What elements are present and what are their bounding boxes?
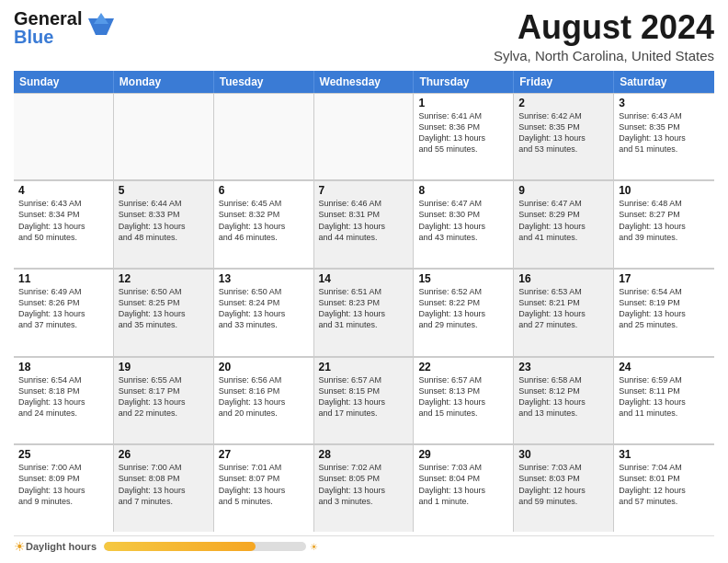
day-info: Sunrise: 7:03 AM Sunset: 8:03 PM Dayligh… bbox=[518, 462, 609, 507]
day-info: Sunrise: 6:50 AM Sunset: 8:25 PM Dayligh… bbox=[119, 286, 209, 331]
cal-cell: 4Sunrise: 6:43 AM Sunset: 8:34 PM Daylig… bbox=[14, 180, 114, 268]
day-info: Sunrise: 7:01 AM Sunset: 8:07 PM Dayligh… bbox=[219, 462, 309, 507]
logo-general: General bbox=[14, 9, 82, 28]
day-number: 17 bbox=[619, 272, 710, 285]
day-info: Sunrise: 7:00 AM Sunset: 8:08 PM Dayligh… bbox=[119, 462, 209, 507]
day-info: Sunrise: 7:02 AM Sunset: 8:05 PM Dayligh… bbox=[319, 462, 409, 507]
cal-cell: 6Sunrise: 6:45 AM Sunset: 8:32 PM Daylig… bbox=[214, 180, 314, 268]
day-info: Sunrise: 7:04 AM Sunset: 8:01 PM Dayligh… bbox=[619, 462, 710, 507]
cal-header-cell: Tuesday bbox=[214, 71, 314, 93]
day-info: Sunrise: 7:00 AM Sunset: 8:09 PM Dayligh… bbox=[18, 462, 108, 507]
day-number: 8 bbox=[418, 184, 508, 197]
subtitle: Sylva, North Carolina, United States bbox=[494, 48, 714, 63]
day-number: 26 bbox=[119, 448, 209, 461]
day-number: 20 bbox=[219, 361, 309, 373]
day-info: Sunrise: 6:50 AM Sunset: 8:24 PM Dayligh… bbox=[219, 286, 309, 331]
cal-header-cell: Saturday bbox=[614, 71, 714, 93]
cal-week-row: 1Sunrise: 6:41 AM Sunset: 8:36 PM Daylig… bbox=[14, 93, 714, 181]
day-info: Sunrise: 6:41 AM Sunset: 8:36 PM Dayligh… bbox=[418, 110, 508, 155]
day-info: Sunrise: 6:53 AM Sunset: 8:21 PM Dayligh… bbox=[518, 286, 609, 331]
day-info: Sunrise: 6:47 AM Sunset: 8:30 PM Dayligh… bbox=[418, 198, 508, 243]
cal-cell: 22Sunrise: 6:57 AM Sunset: 8:13 PM Dayli… bbox=[414, 357, 514, 444]
cal-cell: 12Sunrise: 6:50 AM Sunset: 8:25 PM Dayli… bbox=[114, 269, 214, 356]
day-number: 15 bbox=[418, 272, 508, 285]
day-info: Sunrise: 6:56 AM Sunset: 8:16 PM Dayligh… bbox=[219, 374, 309, 419]
day-number: 12 bbox=[119, 272, 209, 285]
cal-cell: 25Sunrise: 7:00 AM Sunset: 8:09 PM Dayli… bbox=[14, 444, 114, 532]
day-info: Sunrise: 6:59 AM Sunset: 8:11 PM Dayligh… bbox=[619, 374, 710, 419]
cal-cell: 13Sunrise: 6:50 AM Sunset: 8:24 PM Dayli… bbox=[214, 269, 314, 356]
cal-week-row: 11Sunrise: 6:49 AM Sunset: 8:26 PM Dayli… bbox=[14, 269, 714, 357]
cal-week-row: 25Sunrise: 7:00 AM Sunset: 8:09 PM Dayli… bbox=[14, 444, 714, 532]
cal-cell: 1Sunrise: 6:41 AM Sunset: 8:36 PM Daylig… bbox=[414, 93, 514, 180]
day-info: Sunrise: 6:44 AM Sunset: 8:33 PM Dayligh… bbox=[119, 198, 209, 243]
day-number: 23 bbox=[518, 361, 609, 373]
calendar-header: SundayMondayTuesdayWednesdayThursdayFrid… bbox=[14, 71, 714, 93]
cal-cell: 5Sunrise: 6:44 AM Sunset: 8:33 PM Daylig… bbox=[114, 180, 214, 268]
day-info: Sunrise: 6:43 AM Sunset: 8:35 PM Dayligh… bbox=[619, 110, 710, 155]
day-number: 30 bbox=[518, 448, 609, 461]
calendar: SundayMondayTuesdayWednesdayThursdayFrid… bbox=[14, 71, 714, 532]
day-number: 24 bbox=[619, 361, 710, 373]
cal-cell: 15Sunrise: 6:52 AM Sunset: 8:22 PM Dayli… bbox=[414, 269, 514, 356]
cal-header-cell: Sunday bbox=[14, 71, 114, 93]
day-info: Sunrise: 6:57 AM Sunset: 8:15 PM Dayligh… bbox=[319, 374, 409, 419]
day-info: Sunrise: 6:49 AM Sunset: 8:26 PM Dayligh… bbox=[18, 286, 108, 331]
day-info: Sunrise: 6:54 AM Sunset: 8:19 PM Dayligh… bbox=[619, 286, 710, 331]
cal-header-cell: Wednesday bbox=[314, 71, 415, 93]
day-number: 31 bbox=[619, 448, 710, 461]
cal-cell: 3Sunrise: 6:43 AM Sunset: 8:35 PM Daylig… bbox=[614, 93, 714, 180]
title-area: August 2024 Sylva, North Carolina, Unite… bbox=[494, 9, 714, 63]
cal-cell: 11Sunrise: 6:49 AM Sunset: 8:26 PM Dayli… bbox=[14, 269, 114, 356]
cal-cell bbox=[214, 93, 314, 180]
page: General Blue August 2024 Sylva, North Ca… bbox=[0, 0, 728, 563]
cal-week-row: 18Sunrise: 6:54 AM Sunset: 8:18 PM Dayli… bbox=[14, 357, 714, 445]
day-number: 27 bbox=[219, 448, 309, 461]
day-number: 28 bbox=[319, 448, 409, 461]
cal-cell: 20Sunrise: 6:56 AM Sunset: 8:16 PM Dayli… bbox=[214, 357, 314, 444]
logo-blue: Blue bbox=[14, 28, 82, 46]
cal-cell: 16Sunrise: 6:53 AM Sunset: 8:21 PM Dayli… bbox=[514, 269, 614, 356]
logo: General Blue bbox=[14, 9, 114, 46]
cal-cell: 14Sunrise: 6:51 AM Sunset: 8:23 PM Dayli… bbox=[314, 269, 415, 356]
day-info: Sunrise: 6:52 AM Sunset: 8:22 PM Dayligh… bbox=[418, 286, 508, 331]
cal-header-cell: Friday bbox=[514, 71, 614, 93]
day-info: Sunrise: 6:55 AM Sunset: 8:17 PM Dayligh… bbox=[119, 374, 209, 419]
day-number: 13 bbox=[219, 272, 309, 285]
day-info: Sunrise: 6:58 AM Sunset: 8:12 PM Dayligh… bbox=[518, 374, 609, 419]
day-info: Sunrise: 6:42 AM Sunset: 8:35 PM Dayligh… bbox=[518, 110, 609, 155]
cal-cell: 9Sunrise: 6:47 AM Sunset: 8:29 PM Daylig… bbox=[514, 180, 614, 268]
cal-cell: 31Sunrise: 7:04 AM Sunset: 8:01 PM Dayli… bbox=[614, 444, 714, 532]
day-number: 25 bbox=[18, 448, 108, 461]
day-number: 21 bbox=[319, 361, 409, 373]
day-number: 6 bbox=[219, 184, 309, 197]
day-number: 10 bbox=[619, 184, 710, 197]
cal-cell: 2Sunrise: 6:42 AM Sunset: 8:35 PM Daylig… bbox=[514, 93, 614, 180]
cal-week-row: 4Sunrise: 6:43 AM Sunset: 8:34 PM Daylig… bbox=[14, 180, 714, 269]
day-info: Sunrise: 6:43 AM Sunset: 8:34 PM Dayligh… bbox=[18, 198, 108, 243]
cal-header-cell: Thursday bbox=[414, 71, 514, 93]
cal-cell: 10Sunrise: 6:48 AM Sunset: 8:27 PM Dayli… bbox=[614, 180, 714, 268]
day-number: 4 bbox=[18, 184, 108, 197]
day-info: Sunrise: 6:54 AM Sunset: 8:18 PM Dayligh… bbox=[18, 374, 108, 419]
cal-cell: 19Sunrise: 6:55 AM Sunset: 8:17 PM Dayli… bbox=[114, 357, 214, 444]
day-number: 29 bbox=[418, 448, 508, 461]
cal-cell: 29Sunrise: 7:03 AM Sunset: 8:04 PM Dayli… bbox=[414, 444, 514, 532]
day-number: 19 bbox=[119, 361, 209, 373]
cal-cell: 8Sunrise: 6:47 AM Sunset: 8:30 PM Daylig… bbox=[414, 180, 514, 268]
day-number: 2 bbox=[518, 97, 609, 109]
day-info: Sunrise: 6:45 AM Sunset: 8:32 PM Dayligh… bbox=[219, 198, 309, 243]
day-info: Sunrise: 7:03 AM Sunset: 8:04 PM Dayligh… bbox=[418, 462, 508, 507]
day-number: 11 bbox=[18, 272, 108, 285]
footer-label: Daylight hours bbox=[26, 541, 97, 552]
cal-header-cell: Monday bbox=[114, 71, 214, 93]
cal-cell: 24Sunrise: 6:59 AM Sunset: 8:11 PM Dayli… bbox=[614, 357, 714, 444]
cal-cell: 28Sunrise: 7:02 AM Sunset: 8:05 PM Dayli… bbox=[314, 444, 415, 532]
sun-icon: ☀ bbox=[14, 539, 26, 554]
day-number: 7 bbox=[319, 184, 409, 197]
daylight-bar-fill bbox=[104, 542, 256, 551]
header: General Blue August 2024 Sylva, North Ca… bbox=[14, 9, 714, 63]
cal-cell: 21Sunrise: 6:57 AM Sunset: 8:15 PM Dayli… bbox=[314, 357, 415, 444]
cal-cell bbox=[314, 93, 415, 180]
cal-cell: 30Sunrise: 7:03 AM Sunset: 8:03 PM Dayli… bbox=[514, 444, 614, 532]
